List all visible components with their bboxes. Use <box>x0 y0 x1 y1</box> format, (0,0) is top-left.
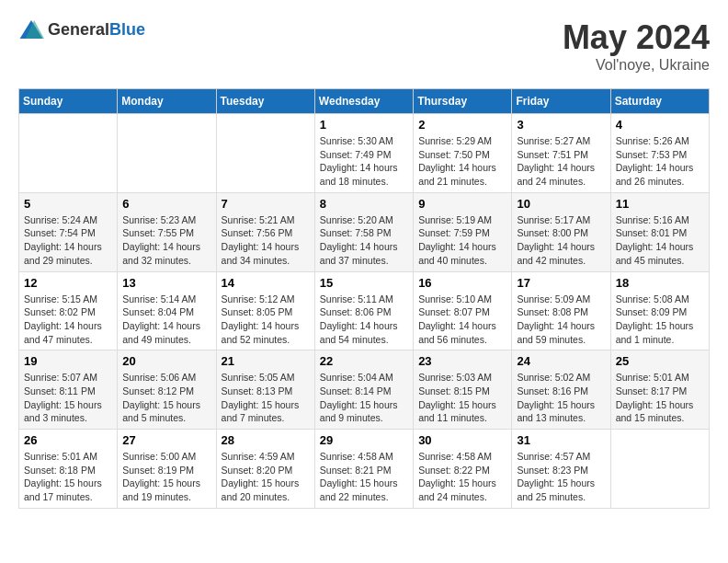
day-number: 2 <box>418 118 506 132</box>
day-info: Sunrise: 5:19 AM Sunset: 7:59 PM Dayligh… <box>418 213 506 268</box>
day-info: Sunrise: 5:20 AM Sunset: 7:58 PM Dayligh… <box>320 213 408 268</box>
calendar-cell: 27Sunrise: 5:00 AM Sunset: 8:19 PM Dayli… <box>118 430 216 509</box>
page-header: GeneralBlue May 2024 Vol'noye, Ukraine <box>18 18 710 74</box>
calendar-cell: 10Sunrise: 5:17 AM Sunset: 8:00 PM Dayli… <box>512 192 610 271</box>
day-info: Sunrise: 5:04 AM Sunset: 8:14 PM Dayligh… <box>320 371 408 425</box>
calendar-cell: 31Sunrise: 4:57 AM Sunset: 8:23 PM Dayli… <box>512 430 610 509</box>
day-info: Sunrise: 5:01 AM Sunset: 8:18 PM Dayligh… <box>24 450 112 504</box>
calendar-cell: 15Sunrise: 5:11 AM Sunset: 8:06 PM Dayli… <box>314 271 413 350</box>
header-wednesday: Wednesday <box>314 89 413 114</box>
day-info: Sunrise: 5:06 AM Sunset: 8:12 PM Dayligh… <box>122 371 210 425</box>
day-number: 28 <box>222 433 310 447</box>
calendar-cell: 13Sunrise: 5:14 AM Sunset: 8:04 PM Dayli… <box>118 271 216 350</box>
calendar-cell: 16Sunrise: 5:10 AM Sunset: 8:07 PM Dayli… <box>414 271 512 350</box>
day-number: 23 <box>418 354 506 368</box>
day-info: Sunrise: 5:09 AM Sunset: 8:08 PM Dayligh… <box>517 293 605 347</box>
day-info: Sunrise: 5:08 AM Sunset: 8:09 PM Dayligh… <box>616 293 704 347</box>
calendar-cell: 8Sunrise: 5:20 AM Sunset: 7:58 PM Daylig… <box>314 192 413 271</box>
day-info: Sunrise: 5:05 AM Sunset: 8:13 PM Dayligh… <box>222 371 310 425</box>
calendar-cell: 24Sunrise: 5:02 AM Sunset: 8:16 PM Dayli… <box>512 350 610 430</box>
calendar-cell <box>610 430 709 509</box>
calendar-cell: 18Sunrise: 5:08 AM Sunset: 8:09 PM Dayli… <box>610 271 709 350</box>
day-number: 1 <box>320 118 408 132</box>
day-info: Sunrise: 4:58 AM Sunset: 8:22 PM Dayligh… <box>418 450 506 504</box>
day-info: Sunrise: 4:58 AM Sunset: 8:21 PM Dayligh… <box>320 450 408 504</box>
week-row-4: 19Sunrise: 5:07 AM Sunset: 8:11 PM Dayli… <box>19 350 710 430</box>
calendar-cell: 20Sunrise: 5:06 AM Sunset: 8:12 PM Dayli… <box>118 350 216 430</box>
day-number: 31 <box>517 433 605 447</box>
day-info: Sunrise: 5:16 AM Sunset: 8:01 PM Dayligh… <box>616 213 704 268</box>
day-number: 29 <box>320 433 408 447</box>
calendar-cell: 7Sunrise: 5:21 AM Sunset: 7:56 PM Daylig… <box>216 192 314 271</box>
calendar-cell: 23Sunrise: 5:03 AM Sunset: 8:15 PM Dayli… <box>414 350 512 430</box>
day-number: 7 <box>222 197 310 211</box>
day-info: Sunrise: 5:12 AM Sunset: 8:05 PM Dayligh… <box>222 293 310 347</box>
day-number: 12 <box>24 276 112 290</box>
day-number: 30 <box>418 433 506 447</box>
day-info: Sunrise: 5:11 AM Sunset: 8:06 PM Dayligh… <box>320 293 408 347</box>
day-info: Sunrise: 5:29 AM Sunset: 7:50 PM Dayligh… <box>418 134 506 189</box>
header-friday: Friday <box>512 89 610 114</box>
logo-blue: Blue <box>109 20 145 39</box>
day-info: Sunrise: 5:01 AM Sunset: 8:17 PM Dayligh… <box>616 371 704 425</box>
calendar-cell: 3Sunrise: 5:27 AM Sunset: 7:51 PM Daylig… <box>512 114 610 193</box>
day-info: Sunrise: 4:59 AM Sunset: 8:20 PM Dayligh… <box>222 450 310 504</box>
week-row-2: 5Sunrise: 5:24 AM Sunset: 7:54 PM Daylig… <box>19 192 710 271</box>
day-info: Sunrise: 5:10 AM Sunset: 8:07 PM Dayligh… <box>418 293 506 347</box>
day-number: 19 <box>24 354 112 368</box>
calendar-cell: 17Sunrise: 5:09 AM Sunset: 8:08 PM Dayli… <box>512 271 610 350</box>
day-number: 25 <box>616 354 704 368</box>
week-row-5: 26Sunrise: 5:01 AM Sunset: 8:18 PM Dayli… <box>19 430 710 509</box>
logo-icon <box>18 18 44 40</box>
header-thursday: Thursday <box>414 89 512 114</box>
day-info: Sunrise: 5:30 AM Sunset: 7:49 PM Dayligh… <box>320 134 408 189</box>
header-tuesday: Tuesday <box>216 89 314 114</box>
calendar-cell <box>19 114 118 193</box>
day-info: Sunrise: 5:23 AM Sunset: 7:55 PM Dayligh… <box>122 213 210 268</box>
header-sunday: Sunday <box>19 89 118 114</box>
calendar-cell: 29Sunrise: 4:58 AM Sunset: 8:21 PM Dayli… <box>314 430 413 509</box>
day-info: Sunrise: 4:57 AM Sunset: 8:23 PM Dayligh… <box>517 450 605 504</box>
calendar-cell: 21Sunrise: 5:05 AM Sunset: 8:13 PM Dayli… <box>216 350 314 430</box>
calendar-cell <box>216 114 314 193</box>
day-number: 20 <box>122 354 210 368</box>
day-number: 3 <box>517 118 605 132</box>
calendar-cell: 19Sunrise: 5:07 AM Sunset: 8:11 PM Dayli… <box>19 350 118 430</box>
day-info: Sunrise: 5:17 AM Sunset: 8:00 PM Dayligh… <box>517 213 605 268</box>
calendar-title: May 2024 <box>563 18 710 57</box>
calendar-cell: 26Sunrise: 5:01 AM Sunset: 8:18 PM Dayli… <box>19 430 118 509</box>
calendar-cell: 14Sunrise: 5:12 AM Sunset: 8:05 PM Dayli… <box>216 271 314 350</box>
day-info: Sunrise: 5:26 AM Sunset: 7:53 PM Dayligh… <box>616 134 704 189</box>
calendar-cell: 9Sunrise: 5:19 AM Sunset: 7:59 PM Daylig… <box>414 192 512 271</box>
calendar-cell: 5Sunrise: 5:24 AM Sunset: 7:54 PM Daylig… <box>19 192 118 271</box>
calendar-cell: 4Sunrise: 5:26 AM Sunset: 7:53 PM Daylig… <box>610 114 709 193</box>
day-info: Sunrise: 5:15 AM Sunset: 8:02 PM Dayligh… <box>24 293 112 347</box>
calendar-cell: 25Sunrise: 5:01 AM Sunset: 8:17 PM Dayli… <box>610 350 709 430</box>
day-info: Sunrise: 5:02 AM Sunset: 8:16 PM Dayligh… <box>517 371 605 425</box>
week-row-3: 12Sunrise: 5:15 AM Sunset: 8:02 PM Dayli… <box>19 271 710 350</box>
day-info: Sunrise: 5:14 AM Sunset: 8:04 PM Dayligh… <box>122 293 210 347</box>
calendar-cell: 22Sunrise: 5:04 AM Sunset: 8:14 PM Dayli… <box>314 350 413 430</box>
day-info: Sunrise: 5:00 AM Sunset: 8:19 PM Dayligh… <box>122 450 210 504</box>
day-number: 24 <box>517 354 605 368</box>
day-number: 16 <box>418 276 506 290</box>
day-number: 22 <box>320 354 408 368</box>
title-block: May 2024 Vol'noye, Ukraine <box>563 18 710 74</box>
calendar-table: SundayMondayTuesdayWednesdayThursdayFrid… <box>18 88 710 509</box>
day-info: Sunrise: 5:07 AM Sunset: 8:11 PM Dayligh… <box>24 371 112 425</box>
calendar-cell: 28Sunrise: 4:59 AM Sunset: 8:20 PM Dayli… <box>216 430 314 509</box>
day-info: Sunrise: 5:21 AM Sunset: 7:56 PM Dayligh… <box>222 213 310 268</box>
day-number: 4 <box>616 118 704 132</box>
header-saturday: Saturday <box>610 89 709 114</box>
days-header-row: SundayMondayTuesdayWednesdayThursdayFrid… <box>19 89 710 114</box>
day-number: 11 <box>616 197 704 211</box>
day-number: 6 <box>122 197 210 211</box>
day-number: 9 <box>418 197 506 211</box>
calendar-location: Vol'noye, Ukraine <box>563 57 710 74</box>
calendar-cell: 12Sunrise: 5:15 AM Sunset: 8:02 PM Dayli… <box>19 271 118 350</box>
logo: GeneralBlue <box>18 18 145 40</box>
day-number: 18 <box>616 276 704 290</box>
day-number: 15 <box>320 276 408 290</box>
calendar-cell: 1Sunrise: 5:30 AM Sunset: 7:49 PM Daylig… <box>314 114 413 193</box>
day-info: Sunrise: 5:24 AM Sunset: 7:54 PM Dayligh… <box>24 213 112 268</box>
